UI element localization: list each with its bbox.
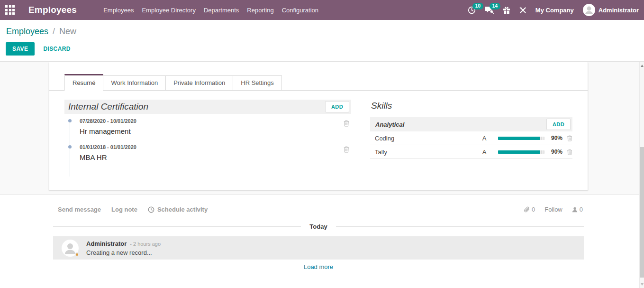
paperclip-icon xyxy=(524,206,530,213)
schedule-activity-button[interactable]: Schedule activity xyxy=(148,206,208,213)
nav-item-employees[interactable]: Employees xyxy=(103,5,134,16)
app-title[interactable]: Employees xyxy=(28,5,77,15)
tools-icon xyxy=(519,7,526,14)
tab-hr-settings[interactable]: HR Settings xyxy=(233,75,281,90)
user-name: Administrator xyxy=(599,7,639,14)
timeline-dot xyxy=(68,119,72,122)
followers-counter[interactable]: 0 xyxy=(572,206,583,213)
resume-column: Internal Certification ADD 07/28/2020 - … xyxy=(64,100,351,164)
follower-person-icon xyxy=(572,207,578,213)
scrollbar-up-arrow[interactable] xyxy=(641,65,644,67)
certification-dates: 01/01/2018 - 01/01/2020 xyxy=(80,144,351,150)
apps-menu-icon[interactable] xyxy=(5,5,15,15)
top-navbar: Employees Employees Employee Directory D… xyxy=(0,0,644,20)
skill-progress-bar xyxy=(498,150,544,154)
message-timestamp: - 2 hours ago xyxy=(130,241,161,247)
user-menu[interactable]: Administrator xyxy=(583,4,639,16)
vertical-scrollbar[interactable] xyxy=(639,62,644,288)
today-label: Today xyxy=(309,223,327,230)
activities-button[interactable]: 10 xyxy=(468,6,476,14)
schedule-activity-label: Schedule activity xyxy=(157,206,208,213)
schedule-clock-icon xyxy=(148,206,154,213)
skills-group-title: Analytical xyxy=(374,121,404,128)
internal-certification-title: Internal Certification xyxy=(68,102,148,112)
followers-count: 0 xyxy=(580,206,583,213)
skills-column: Skills Analytical ADD Coding A 90% xyxy=(370,100,572,164)
scrollbar-down-arrow[interactable] xyxy=(641,283,644,286)
internal-certification-header: Internal Certification ADD xyxy=(64,100,351,114)
skill-level: A xyxy=(472,135,496,142)
follow-button[interactable]: Follow xyxy=(544,206,562,213)
skills-title: Skills xyxy=(371,101,572,111)
certification-entry: 01/01/2018 - 01/01/2020 MBA HR xyxy=(64,144,351,161)
certification-entry: 07/28/2020 - 10/01/2020 Hr management xyxy=(64,118,351,135)
skill-row[interactable]: Coding A 90% xyxy=(370,131,572,145)
form-area: Resumé Work Information Private Informat… xyxy=(0,62,644,195)
breadcrumb-parent[interactable]: Employees xyxy=(6,27,48,36)
timeline-dot xyxy=(68,145,72,149)
chatter: Send message Log note Schedule activity … xyxy=(53,195,584,270)
skill-row[interactable]: Tally A 90% xyxy=(370,145,572,159)
delete-certification-icon[interactable] xyxy=(344,120,349,128)
skills-group-header: Analytical ADD xyxy=(370,117,572,131)
skill-progress-fill xyxy=(498,137,540,140)
delete-skill-icon[interactable] xyxy=(567,149,572,155)
skill-level: A xyxy=(472,149,496,156)
form-sheet: Resumé Work Information Private Informat… xyxy=(49,62,588,190)
rewards-button[interactable] xyxy=(503,6,510,14)
attachments-count: 0 xyxy=(532,206,535,213)
add-certification-button[interactable]: ADD xyxy=(325,101,349,112)
user-avatar xyxy=(583,4,595,16)
nav-item-departments[interactable]: Departments xyxy=(204,5,239,16)
certification-timeline: 07/28/2020 - 10/01/2020 Hr management 01… xyxy=(64,118,351,164)
log-note-button[interactable]: Log note xyxy=(111,206,137,213)
delete-skill-icon[interactable] xyxy=(567,135,572,141)
skill-name: Tally xyxy=(370,149,472,156)
tab-private-information[interactable]: Private Information xyxy=(165,75,233,90)
scrollbar-thumb[interactable] xyxy=(640,147,644,278)
message-author[interactable]: Administrator xyxy=(86,240,127,247)
developer-tools-button[interactable] xyxy=(519,7,526,14)
nav-item-reporting[interactable]: Reporting xyxy=(247,5,273,16)
gift-icon xyxy=(503,6,510,14)
delete-certification-icon[interactable] xyxy=(344,146,349,154)
certification-dates: 07/28/2020 - 10/01/2020 xyxy=(80,118,351,124)
skill-name: Coding xyxy=(370,135,472,142)
nav-item-employee-directory[interactable]: Employee Directory xyxy=(142,5,195,16)
send-message-button[interactable]: Send message xyxy=(58,206,101,213)
tab-resume[interactable]: Resumé xyxy=(64,74,103,91)
messages-button[interactable]: 14 xyxy=(485,6,494,14)
attachments-counter[interactable]: 0 xyxy=(524,206,535,213)
activities-badge: 10 xyxy=(472,3,483,9)
today-divider: Today xyxy=(53,223,584,230)
company-switcher[interactable]: My Company xyxy=(535,7,574,14)
online-status-dot xyxy=(75,252,79,257)
certification-name[interactable]: MBA HR xyxy=(80,153,351,161)
skill-progress-fill xyxy=(498,150,540,154)
messages-badge: 14 xyxy=(490,3,500,9)
discard-button[interactable]: DISCARD xyxy=(42,42,71,56)
skill-progress-bar xyxy=(498,137,544,140)
control-panel: Employees / New SAVE DISCARD xyxy=(0,20,644,62)
save-button[interactable]: SAVE xyxy=(6,42,35,56)
message-text: Creating a new record... xyxy=(86,249,161,256)
certification-name[interactable]: Hr management xyxy=(80,127,351,135)
add-skill-button[interactable]: ADD xyxy=(546,119,571,130)
tab-work-information[interactable]: Work Information xyxy=(103,75,166,90)
breadcrumb-separator: / xyxy=(53,27,55,36)
skill-percent: 90% xyxy=(547,149,562,155)
breadcrumb: Employees / New xyxy=(6,27,76,37)
breadcrumb-current: New xyxy=(59,27,76,36)
notebook-tabs: Resumé Work Information Private Informat… xyxy=(49,74,588,91)
load-more-link[interactable]: Load more xyxy=(304,263,333,270)
nav-item-configuration[interactable]: Configuration xyxy=(282,5,318,16)
skill-percent: 90% xyxy=(547,135,562,141)
nav-menu: Employees Employee Directory Departments… xyxy=(103,5,318,16)
chatter-message: Administrator - 2 hours ago Creating a n… xyxy=(53,236,584,260)
